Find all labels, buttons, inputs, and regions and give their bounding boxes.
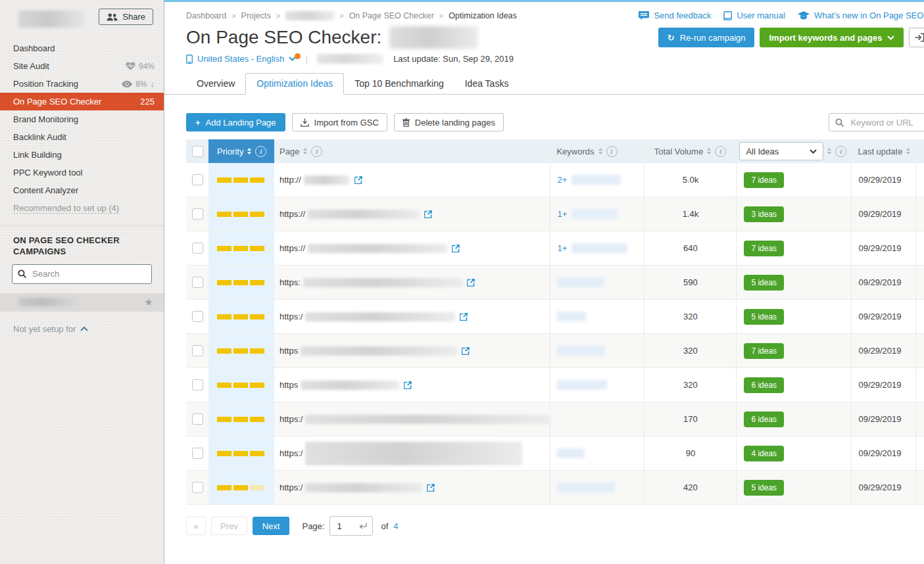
tab-idea-tasks[interactable]: Idea Tasks	[454, 74, 520, 94]
info-icon[interactable]	[606, 146, 618, 157]
sidebar-item-site-audit[interactable]: Site Audit94%	[0, 57, 164, 75]
user-manual-link[interactable]: User manual	[723, 11, 785, 20]
keyword-url-search[interactable]	[829, 113, 924, 131]
ideas-badge[interactable]: 7 ideas	[744, 241, 784, 256]
last-update-value: 09/29/2019	[858, 209, 901, 219]
keywords-more-link[interactable]: 1+	[557, 209, 567, 219]
import-keywords-button[interactable]: Import keywords and pages	[760, 28, 904, 47]
info-icon[interactable]	[311, 146, 322, 157]
sort-toggle[interactable]	[827, 148, 831, 154]
search-icon	[835, 118, 844, 127]
actions-cell: ↻⚙	[915, 197, 924, 231]
import-from-gsc-button[interactable]: Import from GSC	[292, 113, 387, 131]
row-checkbox[interactable]	[192, 379, 203, 390]
keywords-redacted	[571, 175, 621, 185]
sort-toggle[interactable]	[303, 148, 307, 154]
prev-page-button[interactable]: Prev	[211, 517, 247, 535]
delete-landing-pages-button[interactable]: Delete landing pages	[394, 113, 504, 131]
priority-cell	[208, 231, 274, 265]
sidebar-item-position-tracking[interactable]: Position Tracking8%↓	[0, 75, 164, 93]
last-update-value: 09/29/2019	[858, 346, 901, 356]
breadcrumb-item-dashboard[interactable]: Dashboard	[186, 11, 226, 20]
book-icon	[723, 11, 732, 20]
row-checkbox[interactable]	[192, 413, 203, 425]
rerun-campaign-button[interactable]: ↻ Re-run campaign	[658, 28, 755, 47]
row-checkbox[interactable]	[192, 243, 203, 254]
row-checkbox[interactable]	[192, 311, 203, 322]
page-cell: http://	[274, 163, 550, 197]
sort-toggle[interactable]	[707, 148, 711, 154]
select-all-checkbox[interactable]	[192, 146, 203, 157]
share-button[interactable]: Share	[99, 9, 153, 25]
breadcrumb-item-redacted	[285, 11, 334, 20]
ideas-badge[interactable]: 3 ideas	[744, 206, 784, 222]
priority-bar	[233, 451, 248, 456]
enter-icon[interactable]	[359, 523, 367, 529]
ideas-filter-select[interactable]: All Ideas	[739, 142, 823, 160]
actions-cell: ↻⚙	[915, 436, 924, 470]
ideas-badge[interactable]: 5 ideas	[744, 309, 784, 325]
row-checkbox[interactable]	[192, 208, 203, 220]
keyword-url-search-input[interactable]	[849, 117, 924, 128]
what-s-new-in-on-page-seo-checker-link[interactable]: What's new in On Page SEO Checker	[798, 11, 924, 20]
page-url-protocol: https:/	[280, 414, 303, 424]
page-title-text: On Page SEO Checker:	[186, 27, 381, 48]
sidebar-item-recommended-to-set-up-4[interactable]: Recommended to set up (4)	[0, 199, 164, 217]
info-icon[interactable]	[715, 146, 726, 157]
main-content: Dashboard>Projects>>On Page SEO Checker>…	[164, 0, 924, 564]
ideas-badge[interactable]: 7 ideas	[744, 343, 784, 359]
keywords-redacted	[557, 312, 586, 321]
locale-selector[interactable]: United States - English	[186, 54, 296, 64]
info-icon[interactable]	[255, 146, 266, 157]
total-volume-value: 640	[644, 243, 736, 253]
last-update-cell: 09/29/2019	[851, 231, 915, 265]
row-checkbox[interactable]	[192, 482, 203, 493]
campaign-search-input[interactable]	[31, 268, 146, 279]
sidebar-item-brand-monitoring[interactable]: Brand Monitoring	[0, 110, 164, 128]
ideas-badge[interactable]: 5 ideas	[744, 275, 784, 291]
sort-toggle[interactable]	[247, 148, 251, 154]
row-checkbox[interactable]	[192, 345, 203, 356]
info-icon[interactable]	[835, 146, 846, 157]
campaign-item[interactable]: ★	[0, 293, 164, 312]
sidebar-item-link-building[interactable]: Link Building	[0, 146, 164, 164]
ideas-badge[interactable]: 6 ideas	[744, 411, 784, 427]
tab-top-10-benchmarking[interactable]: Top 10 Benchmarking	[344, 74, 454, 94]
keywords-more-link[interactable]: 2+	[557, 175, 567, 185]
page-number-input[interactable]	[335, 521, 359, 532]
keywords-more-link[interactable]: 1+	[557, 243, 567, 253]
page-url-protocol: https://	[280, 209, 305, 219]
breadcrumb-item-on-page-seo-checker[interactable]: On Page SEO Checker	[349, 11, 434, 20]
total-volume-value: 320	[644, 312, 736, 321]
row-checkbox[interactable]	[192, 277, 203, 288]
row-checkbox[interactable]	[192, 174, 203, 185]
sidebar-item-ppc-keyword-tool[interactable]: PPC Keyword tool	[0, 164, 164, 181]
sort-toggle[interactable]	[906, 148, 910, 154]
table-row: https://1+1.4k3 ideas09/29/2019↻⚙	[186, 197, 924, 231]
sidebar-item-backlink-audit[interactable]: Backlink Audit	[0, 128, 164, 146]
add-landing-page-button[interactable]: + Add Landing Page	[186, 113, 285, 131]
row-checkbox[interactable]	[192, 448, 203, 459]
breadcrumb-separator: >	[439, 12, 443, 20]
external-link-icon	[404, 381, 412, 389]
export-button[interactable]	[909, 28, 924, 47]
star-icon[interactable]: ★	[144, 297, 153, 308]
tab-optimization-ideas[interactable]: Optimization Ideas	[245, 73, 344, 95]
next-page-button[interactable]: Next	[253, 517, 290, 535]
page-url-protocol: https://	[280, 243, 305, 253]
sort-toggle[interactable]	[598, 148, 602, 154]
send-feedback-link[interactable]: Send feedback	[639, 11, 711, 20]
ideas-badge[interactable]: 6 ideas	[744, 377, 784, 393]
ideas-badge[interactable]: 7 ideas	[744, 172, 784, 188]
breadcrumb-item-projects[interactable]: Projects	[241, 11, 271, 20]
ideas-badge[interactable]: 4 ideas	[744, 446, 784, 461]
meta-divider: |	[305, 53, 308, 64]
not-yet-setup-toggle[interactable]: Not yet setup for	[13, 324, 151, 334]
sidebar-item-on-page-seo-checker[interactable]: On Page SEO Checker225	[0, 93, 164, 110]
sidebar-item-dashboard[interactable]: Dashboard	[0, 39, 164, 57]
ideas-badge[interactable]: 5 ideas	[744, 480, 784, 496]
tab-overview[interactable]: Overview	[186, 74, 245, 94]
first-page-button[interactable]: «	[186, 517, 206, 535]
sidebar-item-content-analyzer[interactable]: Content Analyzer	[0, 181, 164, 199]
campaign-search[interactable]	[12, 264, 152, 284]
